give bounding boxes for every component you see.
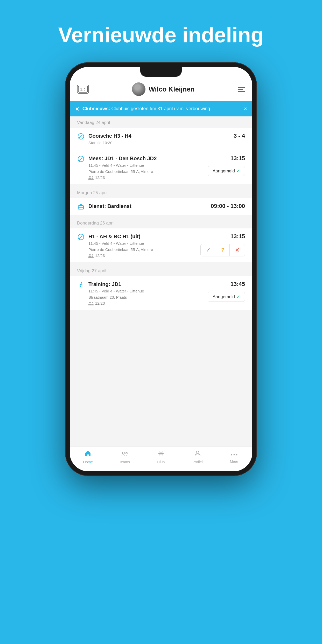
aangemeld-check-match2: ✓ (236, 168, 240, 174)
response-no-match3[interactable]: ✕ (230, 244, 245, 256)
event-detail1-match2: 11:45 - Veld 4 - Water - Uittenue (88, 163, 208, 168)
event-detail1-training1: 11:45 - Veld 4 - Water - Uittenue (88, 288, 208, 294)
response-maybe-match3[interactable]: ? (216, 244, 230, 256)
response-yes-match3[interactable]: ✓ (201, 244, 216, 256)
banner-close-button[interactable]: × (244, 106, 247, 112)
event-title-match2: Mees: JD1 - Den Bosch JD2 (88, 155, 208, 162)
nav-item-teams[interactable]: Teams (111, 450, 137, 464)
svg-line-11 (80, 236, 82, 238)
bottom-nav: Home Teams (70, 446, 252, 471)
svg-point-12 (79, 238, 80, 239)
nav-label-profiel: Profiel (192, 460, 203, 464)
svg-point-7 (79, 160, 80, 161)
event-people-training1: 12/23 (95, 301, 105, 305)
event-row-duty1: Dienst: Bardienst 09:00 - 13:00 (77, 203, 245, 210)
svg-point-4 (79, 137, 80, 138)
event-title-duty1: Dienst: Bardienst (88, 203, 208, 209)
meer-icon (230, 450, 238, 458)
date-header-thursday: Donderdag 26 april (70, 217, 252, 228)
nav-label-meer: Meer (230, 459, 238, 464)
event-title-match3: H1 - AH & BC H1 (uit) (88, 233, 200, 240)
svg-point-20 (196, 451, 199, 454)
phone-notch (140, 67, 182, 77)
event-row-training1: Training: JD1 11:45 - Veld 4 - Water - U… (77, 281, 245, 305)
event-card-training1[interactable]: Training: JD1 11:45 - Veld 4 - Water - U… (70, 276, 252, 310)
filter-line-1 (238, 87, 245, 88)
svg-line-3 (80, 135, 82, 138)
filter-line-2 (238, 89, 243, 90)
news-banner: ✕ Clubnieuws: Clubhuis gesloten t/m 31 a… (70, 101, 252, 116)
event-meta-match2: 12/23 (88, 175, 208, 180)
aangemeld-check-training1: ✓ (236, 294, 240, 299)
nav-item-meer[interactable]: Meer (221, 450, 247, 464)
nav-label-club: Club (157, 460, 165, 464)
event-subtitle-match1: Starttijd 10:30 (88, 140, 231, 145)
event-card-match2[interactable]: Mees: JD1 - Den Bosch JD2 11:45 - Veld 4… (70, 150, 252, 184)
user-name: Wilco Kleijnen (149, 85, 194, 93)
event-left-match3: H1 - AH & BC H1 (uit) 11:45 - Veld 4 - W… (77, 233, 200, 258)
filter-line-3 (238, 91, 245, 92)
svg-point-23 (236, 454, 237, 456)
event-left-duty1: Dienst: Bardienst (77, 203, 208, 210)
nav-label-teams: Teams (119, 460, 130, 464)
response-buttons-match3: ✓ ? ✕ (200, 244, 245, 256)
nav-item-home[interactable]: Home (75, 450, 101, 464)
nav-item-club[interactable]: Club (148, 450, 174, 464)
profiel-icon (194, 450, 201, 459)
briefcase-icon (77, 203, 85, 210)
banner-title: Clubnieuws: (82, 106, 110, 111)
score-icon[interactable]: 1:0 (77, 85, 89, 94)
event-row-match2: Mees: JD1 - Den Bosch JD2 11:45 - Veld 4… (77, 155, 245, 180)
event-detail2-match3: Pierre de Coubertinlaan 55-A, Almere (88, 247, 200, 252)
date-header-today: Vandaag 24 april (70, 116, 252, 128)
event-title-match1: Gooische H3 - H4 (88, 132, 231, 139)
club-icon (157, 450, 165, 459)
svg-text:1:0: 1:0 (80, 88, 86, 91)
running-icon (77, 281, 85, 288)
event-info-match2: Mees: JD1 - Den Bosch JD2 11:45 - Veld 4… (88, 155, 208, 180)
banner-dismiss-icon[interactable]: ✕ (75, 106, 79, 112)
divider-1 (70, 185, 252, 187)
teams-icon (121, 450, 128, 459)
event-time-match2: 13:15 (230, 155, 245, 162)
event-info-training1: Training: JD1 11:45 - Veld 4 - Water - U… (88, 281, 208, 305)
hockey-icon-match3 (77, 234, 85, 240)
hockey-icon-match2 (77, 156, 85, 162)
event-right-match3: 13:15 ✓ ? ✕ (200, 233, 245, 256)
svg-point-21 (231, 454, 232, 456)
filter-icon[interactable] (238, 87, 245, 92)
banner-message-text: Clubhuis gesloten t/m 31 april i.v.m. ve… (111, 106, 211, 111)
phone-wrapper: 1:0 Wilco Kleijnen (0, 62, 322, 476)
header-center: Wilco Kleijnen (132, 82, 194, 96)
event-right-match2: 13:15 Aangemeld ✓ (208, 155, 245, 176)
banner-left: ✕ Clubnieuws: Clubhuis gesloten t/m 31 a… (75, 106, 241, 112)
svg-line-6 (80, 158, 82, 160)
svg-point-15 (126, 452, 127, 454)
event-row-match3: H1 - AH & BC H1 (uit) 11:45 - Veld 4 - W… (77, 233, 245, 258)
event-people-match3: 12/23 (95, 253, 105, 258)
event-meta-training1: 12/23 (88, 301, 208, 305)
bottom-spacer (70, 310, 252, 326)
phone-screen: 1:0 Wilco Kleijnen (70, 67, 252, 471)
home-icon (84, 450, 92, 459)
aangemeld-badge-match2[interactable]: Aangemeld ✓ (208, 166, 245, 176)
scroll-content: Vandaag 24 april (70, 116, 252, 446)
banner-text-block: Clubnieuws: Clubhuis gesloten t/m 31 apr… (82, 106, 211, 112)
event-left-match2: Mees: JD1 - Den Bosch JD2 11:45 - Veld 4… (77, 155, 208, 180)
event-info-duty1: Dienst: Bardienst (88, 203, 208, 209)
event-info-match3: H1 - AH & BC H1 (uit) 11:45 - Veld 4 - W… (88, 233, 200, 258)
event-card-duty1[interactable]: Dienst: Bardienst 09:00 - 13:00 (70, 198, 252, 215)
nav-item-profiel[interactable]: Profiel (185, 450, 211, 464)
event-card-match3[interactable]: H1 - AH & BC H1 (uit) 11:45 - Veld 4 - W… (70, 228, 252, 262)
aangemeld-badge-training1[interactable]: Aangemeld ✓ (208, 292, 245, 302)
header-left: 1:0 (77, 85, 89, 94)
avatar[interactable] (132, 82, 145, 96)
event-detail2-training1: Straatnaam 23, Plaats (88, 295, 208, 300)
phone-frame: 1:0 Wilco Kleijnen (65, 62, 257, 476)
svg-point-13 (81, 282, 82, 283)
divider-3 (70, 263, 252, 265)
divider-2 (70, 215, 252, 217)
event-card-match1[interactable]: Gooische H3 - H4 Starttijd 10:30 3 - 4 (70, 128, 252, 150)
event-right-training1: 13:45 Aangemeld ✓ (208, 281, 245, 302)
hockey-icon-match1 (77, 133, 85, 140)
